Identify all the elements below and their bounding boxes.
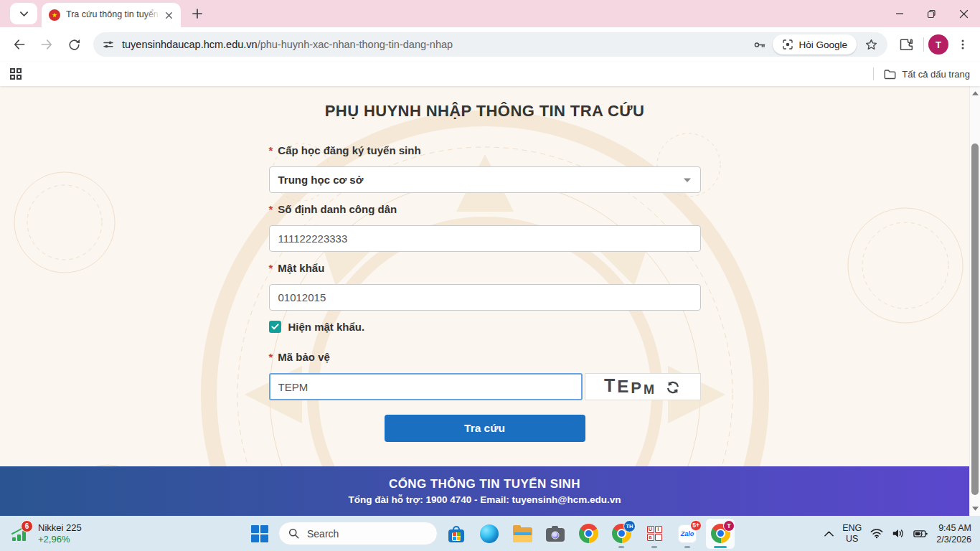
extensions-button[interactable] bbox=[893, 32, 919, 57]
screen: ★ Tra cứu thông tin tuyển sinh - C bbox=[0, 0, 980, 551]
search-icon bbox=[288, 528, 299, 539]
apps-grid-icon[interactable] bbox=[10, 68, 22, 80]
zalo-icon[interactable]: Zalo 5+ bbox=[673, 519, 702, 549]
bookmarks-bar: Tất cả dấu trang bbox=[0, 62, 980, 86]
chrome-profile-t-icon-active[interactable]: T bbox=[706, 519, 735, 549]
scrollbar-thumb[interactable] bbox=[971, 143, 979, 495]
windows-taskbar: 6 Nikkei 225 +2,96% Search bbox=[0, 516, 980, 551]
page-viewport: PHỤ HUYNH NHẬP THÔNG TIN TRA CỨU * Cấp h… bbox=[0, 86, 980, 516]
ask-google-button[interactable]: Hỏi Google bbox=[773, 34, 857, 55]
captcha-image: T E P M bbox=[585, 373, 701, 400]
running-indicator bbox=[651, 546, 657, 548]
windows-logo-icon bbox=[251, 525, 268, 542]
password-input[interactable] bbox=[269, 284, 701, 311]
captcha-input[interactable] bbox=[269, 373, 583, 400]
footer-title: CỔNG THÔNG TIN TUYỂN SINH bbox=[389, 477, 580, 491]
bookmark-star-button[interactable] bbox=[859, 33, 882, 56]
tray-chevron-up-button[interactable] bbox=[824, 531, 834, 537]
tab-title-fade bbox=[144, 9, 160, 21]
running-indicator bbox=[684, 546, 690, 548]
site-settings-icon[interactable] bbox=[102, 38, 115, 51]
tab-search-button[interactable] bbox=[10, 3, 37, 24]
url-domain: tuyensinhdaucap.hcm.edu.vn bbox=[122, 39, 258, 50]
active-app-indicator bbox=[714, 546, 727, 548]
scrollbar-up-arrow[interactable] bbox=[970, 88, 980, 99]
close-window-button[interactable] bbox=[948, 0, 980, 27]
wifi-icon[interactable] bbox=[870, 528, 883, 539]
camera-icon[interactable] bbox=[541, 519, 570, 549]
running-indicator bbox=[618, 546, 624, 548]
lookup-submit-button[interactable]: Tra cứu bbox=[385, 415, 585, 442]
url-text[interactable]: tuyensinhdaucap.hcm.edu.vn/phu-huynh-xac… bbox=[122, 39, 748, 50]
kebab-menu-icon bbox=[957, 39, 969, 50]
back-button[interactable] bbox=[6, 31, 33, 58]
address-bar[interactable]: tuyensinhdaucap.hcm.edu.vn/phu-huynh-xac… bbox=[93, 32, 887, 57]
taskbar-search-placeholder: Search bbox=[307, 528, 339, 540]
puzzle-icon bbox=[899, 37, 913, 52]
lookup-form: PHỤ HUYNH NHẬP THÔNG TIN TRA CỨU * Cấp h… bbox=[269, 86, 701, 442]
clock[interactable]: 9:45 AM 2/3/2026 bbox=[936, 522, 971, 545]
chevron-down-icon bbox=[19, 9, 29, 19]
forward-arrow-icon bbox=[39, 37, 54, 52]
start-button[interactable] bbox=[245, 519, 274, 549]
toolbar-separator bbox=[923, 37, 924, 52]
edge-icon[interactable] bbox=[475, 519, 504, 549]
widgets-button[interactable]: 6 Nikkei 225 +2,96% bbox=[3, 516, 89, 551]
chevron-up-icon bbox=[824, 531, 834, 537]
chrome-t-badge: T bbox=[723, 520, 735, 532]
language-indicator[interactable]: ENG US bbox=[842, 523, 862, 545]
all-bookmarks-label: Tất cả dấu trang bbox=[902, 69, 970, 80]
zalo-notification-badge: 5+ bbox=[690, 520, 702, 531]
reload-icon bbox=[67, 38, 81, 52]
show-password-checkbox[interactable] bbox=[269, 321, 281, 333]
reload-button[interactable] bbox=[60, 31, 88, 58]
new-tab-button[interactable] bbox=[187, 3, 208, 24]
star-icon bbox=[864, 38, 878, 52]
password-manager-button[interactable] bbox=[748, 34, 770, 55]
check-icon bbox=[271, 324, 279, 330]
restore-button[interactable] bbox=[915, 0, 948, 27]
clock-date: 2/3/2026 bbox=[936, 534, 971, 545]
captcha-refresh-icon[interactable] bbox=[665, 380, 681, 395]
ask-google-label: Hỏi Google bbox=[798, 39, 847, 50]
select-caret-icon bbox=[683, 177, 692, 183]
unikey-icon[interactable]: U I a bbox=[640, 519, 669, 549]
window-controls bbox=[883, 0, 980, 27]
battery-icon[interactable] bbox=[913, 529, 928, 539]
level-select-value: Trung học cơ sở bbox=[278, 174, 364, 186]
browser-tab[interactable]: ★ Tra cứu thông tin tuyển sinh - C bbox=[42, 3, 181, 27]
page-scrollbar[interactable] bbox=[969, 86, 980, 516]
file-explorer-icon[interactable] bbox=[508, 519, 537, 549]
google-lens-icon bbox=[782, 39, 793, 50]
citizen-id-label: * Số định danh công dân bbox=[269, 203, 701, 215]
chrome-profile-th-icon[interactable]: TH bbox=[607, 519, 636, 549]
all-bookmarks-button[interactable]: Tất cả dấu trang bbox=[884, 69, 970, 80]
minimize-button[interactable] bbox=[883, 0, 915, 27]
widget-title: Nikkei 225 bbox=[38, 522, 82, 534]
url-path: /phu-huynh-xac-nhan-thong-tin-dang-nhap bbox=[258, 39, 453, 50]
back-arrow-icon bbox=[12, 37, 27, 52]
widget-change: +2,96% bbox=[38, 534, 82, 545]
page-title: PHỤ HUYNH NHẬP THÔNG TIN TRA CỨU bbox=[269, 102, 701, 121]
profile-initial: T bbox=[936, 39, 941, 50]
tab-close-icon[interactable] bbox=[163, 9, 175, 22]
key-icon bbox=[753, 38, 766, 52]
scrollbar-down-arrow[interactable] bbox=[970, 503, 980, 514]
level-select[interactable]: Trung học cơ sở bbox=[269, 166, 701, 193]
widget-notification-badge: 6 bbox=[21, 520, 33, 532]
chrome-icon[interactable] bbox=[574, 519, 603, 549]
profile-avatar[interactable]: T bbox=[928, 34, 948, 55]
chrome-th-badge: TH bbox=[623, 520, 636, 532]
citizen-id-input[interactable] bbox=[269, 225, 701, 252]
show-password-label[interactable]: Hiện mật khẩu. bbox=[288, 321, 365, 333]
taskbar-search-box[interactable]: Search bbox=[278, 522, 438, 545]
captcha-label: * Mã bảo vệ bbox=[269, 351, 701, 363]
required-mark: * bbox=[269, 144, 273, 156]
volume-icon[interactable] bbox=[892, 528, 905, 539]
system-tray: ENG US 9:45 AM 2/3/2026 bbox=[819, 516, 977, 551]
footer-support-line: Tổng đài hỗ trợ: 1900 4740 - Email: tuye… bbox=[349, 494, 621, 505]
level-label: * Cấp học đăng ký tuyển sinh bbox=[269, 144, 701, 156]
browser-menu-button[interactable] bbox=[951, 33, 974, 56]
microsoft-store-icon[interactable] bbox=[442, 519, 471, 549]
forward-button[interactable] bbox=[33, 31, 60, 58]
